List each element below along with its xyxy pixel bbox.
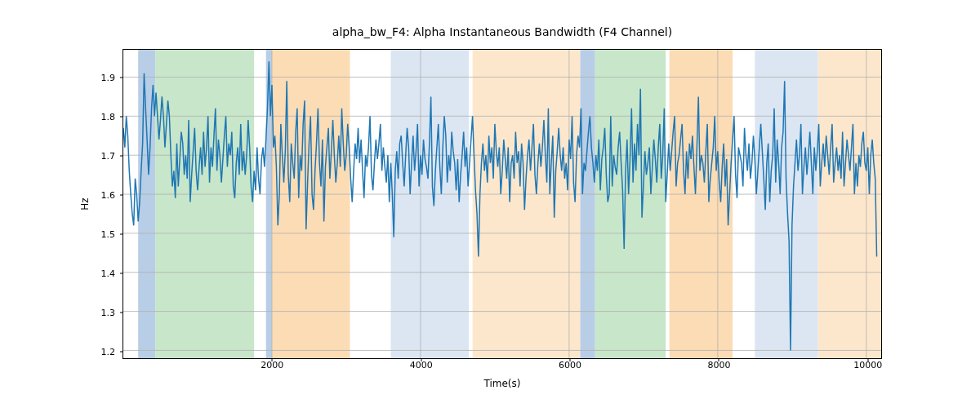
background-region bbox=[155, 50, 254, 358]
y-tick-mark bbox=[120, 155, 123, 156]
x-tick-mark bbox=[867, 358, 868, 361]
background-region bbox=[755, 50, 817, 358]
y-tick-mark bbox=[120, 77, 123, 78]
figure: alpha_bw_F4: Alpha Instantaneous Bandwid… bbox=[0, 0, 980, 408]
y-tick-label: 1.8 bbox=[101, 111, 116, 122]
background-region bbox=[595, 50, 666, 358]
x-tick-mark bbox=[421, 358, 421, 361]
y-tick-mark bbox=[120, 194, 123, 195]
y-tick-label: 1.5 bbox=[101, 229, 116, 240]
background-region bbox=[670, 50, 733, 358]
y-axis-label: Hz bbox=[79, 197, 91, 210]
x-tick-mark bbox=[570, 358, 571, 361]
background-region-group bbox=[138, 50, 881, 358]
y-tick-label: 1.7 bbox=[101, 150, 116, 161]
background-region bbox=[473, 50, 581, 358]
x-axis-label: Time(s) bbox=[123, 378, 881, 389]
x-tick-mark bbox=[272, 358, 273, 361]
plot-area bbox=[123, 50, 881, 358]
background-region bbox=[272, 50, 350, 358]
y-tick-mark bbox=[120, 352, 123, 353]
y-tick-mark bbox=[120, 313, 123, 313]
chart-axes: alpha_bw_F4: Alpha Instantaneous Bandwid… bbox=[122, 49, 882, 359]
y-tick-mark bbox=[120, 116, 123, 117]
y-tick-label: 1.6 bbox=[101, 189, 116, 200]
y-tick-label: 1.3 bbox=[101, 308, 116, 318]
plot-svg bbox=[123, 50, 881, 358]
background-region bbox=[391, 50, 470, 358]
y-tick-label: 1.4 bbox=[101, 268, 116, 279]
y-tick-label: 1.2 bbox=[101, 347, 116, 357]
x-tick-labels: 200040006000800010000 bbox=[123, 360, 881, 373]
chart-title: alpha_bw_F4: Alpha Instantaneous Bandwid… bbox=[123, 25, 881, 38]
background-region bbox=[581, 50, 595, 358]
background-region bbox=[818, 50, 881, 358]
y-tick-mark bbox=[120, 234, 123, 235]
y-tick-label: 1.9 bbox=[101, 72, 116, 82]
x-tick-mark bbox=[719, 358, 719, 361]
y-tick-mark bbox=[120, 273, 123, 274]
